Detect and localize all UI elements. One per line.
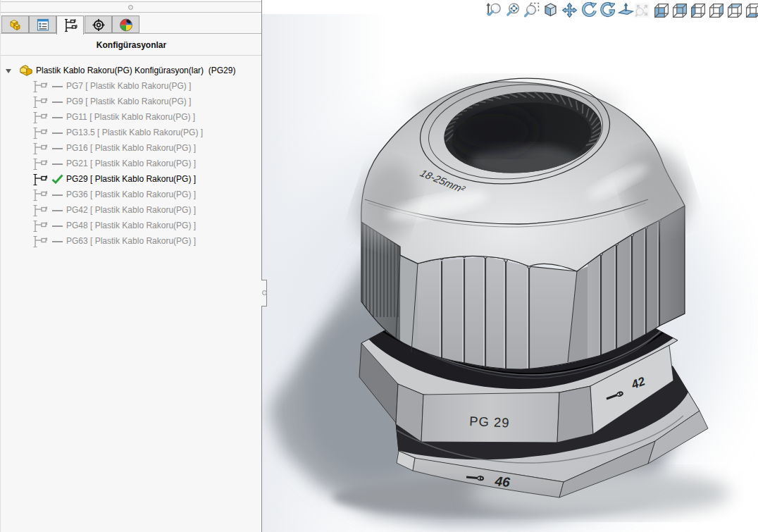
svg-text:PG 29: PG 29 [469,414,510,430]
svg-text:46: 46 [494,474,511,490]
